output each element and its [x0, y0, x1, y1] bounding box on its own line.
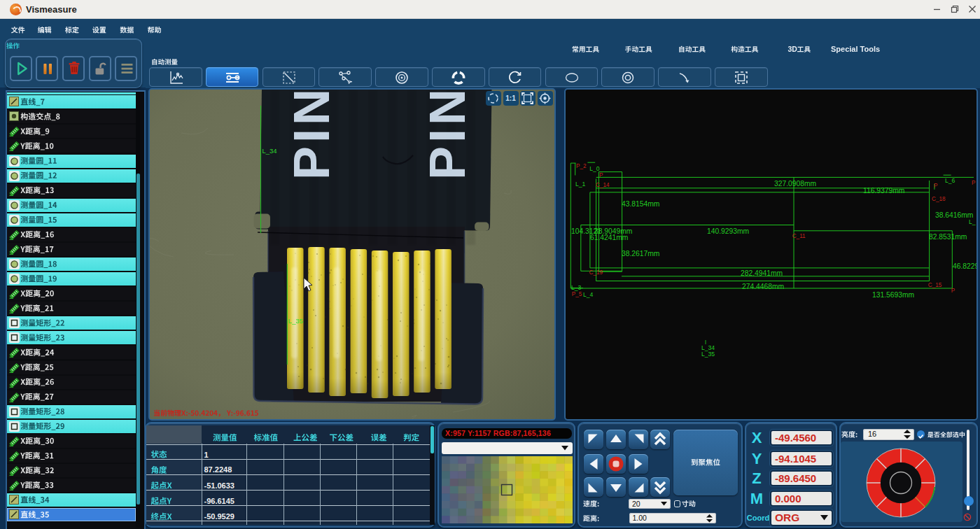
svg-text:140.9293mm: 140.9293mm	[707, 227, 749, 235]
svg-text:38.2617mm: 38.2617mm	[622, 250, 659, 258]
svg-text:L_1: L_1	[575, 181, 586, 188]
svg-text:L_0: L_0	[589, 165, 600, 172]
svg-text:C_18: C_18	[932, 196, 946, 202]
svg-text:274.4468mm: 274.4468mm	[742, 283, 784, 290]
svg-text:L_: L_	[969, 218, 976, 225]
svg-text:1:1: 1:1	[505, 94, 516, 102]
svg-text:L_6: L_6	[945, 177, 955, 184]
svg-text:C_15: C_15	[928, 282, 942, 288]
svg-text:131.5693mm: 131.5693mm	[872, 291, 914, 299]
svg-text:P_5: P_5	[572, 291, 582, 297]
svg-text:PIN: PIN	[419, 90, 475, 180]
svg-text:C_19: C_19	[589, 269, 603, 276]
svg-text:P_2: P_2	[576, 163, 587, 169]
svg-text:P: P	[951, 288, 955, 294]
svg-text:PIN: PIN	[284, 90, 340, 180]
svg-text:P: P	[972, 180, 976, 186]
svg-text:43.8154mm: 43.8154mm	[622, 200, 659, 208]
svg-text:L_34: L_34	[262, 147, 277, 155]
svg-text:46.8229m: 46.8229m	[953, 262, 976, 270]
svg-text:C_11: C_11	[792, 233, 806, 239]
svg-text:L_35: L_35	[701, 351, 715, 358]
svg-text:P: P	[934, 183, 938, 189]
svg-text:L_4: L_4	[583, 291, 594, 298]
svg-text:61.4241mm: 61.4241mm	[590, 234, 628, 241]
svg-text:282.4941mm: 282.4941mm	[741, 269, 783, 277]
svg-text:C_14: C_14	[596, 182, 610, 188]
svg-text:82.8531mm: 82.8531mm	[929, 233, 967, 241]
svg-text:327.0908mm: 327.0908mm	[774, 180, 816, 188]
svg-text:L_35: L_35	[288, 317, 303, 325]
svg-text:L_3: L_3	[571, 284, 582, 291]
svg-text:116.9379mm: 116.9379mm	[863, 187, 904, 195]
svg-text:38.6416mm: 38.6416mm	[935, 211, 973, 219]
svg-text:P: P	[599, 172, 603, 178]
